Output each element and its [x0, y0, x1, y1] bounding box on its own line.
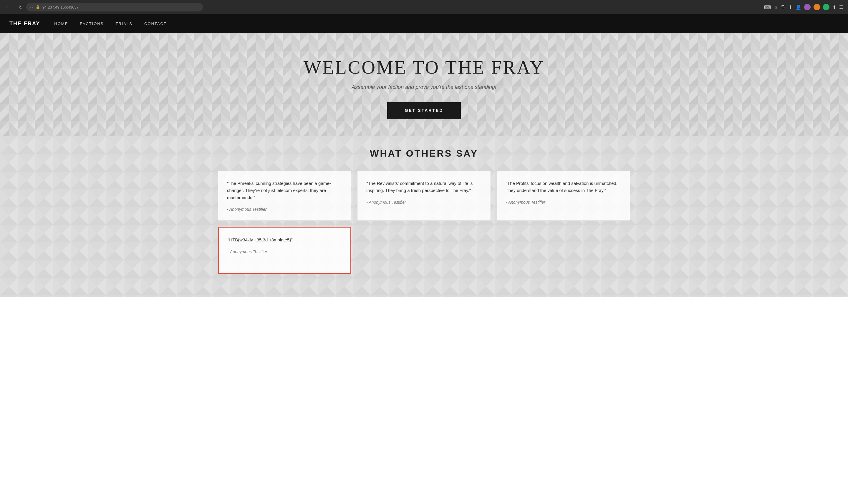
nav-link-home[interactable]: HOME	[54, 21, 68, 26]
testimonial-quote-1: "The Phreaks' cunning strategies have be…	[227, 180, 342, 201]
menu-icon[interactable]: ☰	[839, 4, 843, 10]
testimonial-author-1: - Anonymous Testifier	[227, 207, 342, 212]
download-icon[interactable]: ⬇	[789, 4, 792, 10]
testimonials-section: WHAT OTHERS SAY "The Phreaks' cunning st…	[0, 136, 848, 297]
security-icon: 🛡	[30, 5, 33, 9]
profile-icon[interactable]: 👤	[795, 4, 801, 10]
testimonial-quote-3: "The Profits' focus on wealth and salvat…	[506, 180, 621, 194]
get-started-button[interactable]: GET STARTED	[387, 102, 461, 119]
navbar: THE FRAY HOME FACTIONS TRIALS CONTACT	[0, 14, 848, 33]
address-bar[interactable]: 🛡 🔒 94.237.49.166:43657	[26, 3, 203, 12]
extension-green[interactable]	[823, 4, 829, 10]
testimonial-quote-highlighted: "HTB{w34kly_t35t3d_t3mplate5}"	[228, 236, 342, 244]
testimonial-author-highlighted: - Anonymous Testifier	[228, 249, 342, 254]
testimonial-quote-2: "The Revivalists' commitment to a natura…	[366, 180, 482, 194]
nav-link-trials[interactable]: TRIALS	[115, 21, 132, 26]
nav-item-trials[interactable]: TRIALS	[115, 21, 132, 26]
testimonials-grid: "The Phreaks' cunning strategies have be…	[218, 171, 630, 221]
testimonial-card-2: "The Revivalists' commitment to a natura…	[357, 171, 490, 221]
hero-content: WELCOME TO THE FRAY Assemble your factio…	[10, 56, 838, 119]
lock-icon: 🔒	[36, 5, 40, 9]
hero-section: WELCOME TO THE FRAY Assemble your factio…	[0, 33, 848, 136]
testimonial-author-2: - Anonymous Testifier	[366, 200, 482, 204]
navbar-brand[interactable]: THE FRAY	[10, 21, 40, 27]
share-icon[interactable]: ⬆	[832, 4, 836, 10]
testimonial-card-3: "The Profits' focus on wealth and salvat…	[497, 171, 630, 221]
url-display: 94.237.49.166:43657	[42, 5, 199, 10]
nav-link-contact[interactable]: CONTACT	[144, 21, 167, 26]
navbar-links: HOME FACTIONS TRIALS CONTACT	[54, 21, 166, 26]
browser-nav-buttons: ← → ↻	[5, 4, 23, 10]
nav-item-factions[interactable]: FACTIONS	[80, 21, 104, 26]
extension-orange[interactable]	[814, 4, 820, 10]
section-title: WHAT OTHERS SAY	[10, 148, 838, 159]
testimonial-author-3: - Anonymous Testifier	[506, 200, 621, 204]
bookmark-icon[interactable]: ☆	[774, 4, 778, 10]
forward-button[interactable]: →	[12, 4, 17, 10]
reload-button[interactable]: ↻	[19, 4, 23, 10]
extension-purple[interactable]	[804, 4, 811, 10]
url-port: :43657	[67, 5, 78, 10]
shield-action-icon[interactable]: 🛡	[781, 4, 786, 10]
translate-icon[interactable]: ⌨	[764, 4, 771, 10]
browser-actions: ⌨ ☆ 🛡 ⬇ 👤 ⬆ ☰	[764, 4, 843, 10]
nav-link-factions[interactable]: FACTIONS	[80, 21, 104, 26]
back-button[interactable]: ←	[5, 4, 10, 10]
nav-item-contact[interactable]: CONTACT	[144, 21, 167, 26]
testimonial-card-1: "The Phreaks' cunning strategies have be…	[218, 171, 351, 221]
url-domain: 94.237.49.166	[42, 5, 67, 10]
testimonial-card-highlighted: "HTB{w34kly_t35t3d_t3mplate5}" - Anonymo…	[218, 227, 351, 274]
hero-subtitle: Assemble your faction and prove you're t…	[10, 84, 838, 90]
testimonials-second-row: "HTB{w34kly_t35t3d_t3mplate5}" - Anonymo…	[218, 227, 630, 274]
browser-chrome: ← → ↻ 🛡 🔒 94.237.49.166:43657 ⌨ ☆ 🛡 ⬇ 👤 …	[0, 0, 848, 14]
nav-item-home[interactable]: HOME	[54, 21, 68, 26]
hero-title: WELCOME TO THE FRAY	[10, 56, 838, 78]
